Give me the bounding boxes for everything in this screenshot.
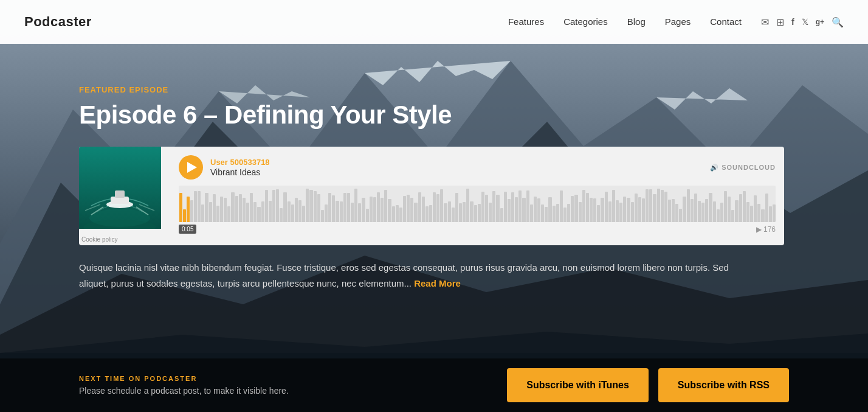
nav-icons: ✉ ⊞ f 𝕏 g+ 🔍 bbox=[761, 16, 844, 28]
audio-player: User 500533718 Vibrant Ideas 🔊 SOUNDCLOU… bbox=[79, 147, 784, 245]
nav-links: Features Categories Blog Pages Contact bbox=[508, 16, 742, 27]
hero-section: Podcaster Features Categories Blog Pages… bbox=[0, 0, 868, 412]
player-main: User 500533718 Vibrant Ideas 🔊 SOUNDCLOU… bbox=[170, 147, 784, 245]
subscribe-rss-button[interactable]: Subscribe with RSS bbox=[658, 368, 789, 402]
player-header: User 500533718 Vibrant Ideas 🔊 SOUNDCLOU… bbox=[179, 155, 776, 180]
nav-categories[interactable]: Categories bbox=[563, 16, 608, 27]
subscribe-buttons: Subscribe with iTunes Subscribe with RSS bbox=[507, 368, 789, 402]
twitter-icon[interactable]: 𝕏 bbox=[802, 17, 808, 27]
facebook-icon[interactable]: f bbox=[791, 17, 794, 27]
cookie-policy[interactable]: Cookie policy bbox=[81, 236, 117, 243]
nav-pages[interactable]: Pages bbox=[665, 16, 691, 27]
soundcloud-logo: 🔊 SOUNDCLOUD bbox=[710, 164, 776, 172]
player-footer: 0:05 ▶ 176 bbox=[179, 222, 776, 236]
rss-icon[interactable]: ⊞ bbox=[776, 16, 784, 28]
player-thumbnail bbox=[79, 147, 161, 229]
nav-blog[interactable]: Blog bbox=[627, 16, 646, 27]
episode-title: Episode 6 – Defining Your Style bbox=[79, 100, 789, 130]
play-button[interactable] bbox=[179, 155, 203, 180]
nav-contact[interactable]: Contact bbox=[710, 16, 742, 27]
player-info: User 500533718 Vibrant Ideas bbox=[210, 158, 270, 178]
featured-label: Featured Episode bbox=[79, 85, 789, 94]
next-time-label: NEXT TIME ON PODCASTER bbox=[79, 375, 289, 382]
next-time-section: NEXT TIME ON PODCASTER Please schedule a… bbox=[79, 375, 289, 396]
time-display: 0:05 bbox=[179, 225, 196, 234]
navbar: Podcaster Features Categories Blog Pages… bbox=[0, 0, 868, 44]
player-left: User 500533718 Vibrant Ideas bbox=[179, 155, 270, 180]
next-time-text: Please schedule a podcast post, to make … bbox=[79, 386, 289, 396]
svg-rect-14 bbox=[115, 190, 125, 198]
user-link[interactable]: User 500533718 bbox=[210, 158, 270, 167]
brand-logo[interactable]: Podcaster bbox=[24, 14, 92, 30]
bottom-bar: NEXT TIME ON PODCASTER Please schedule a… bbox=[0, 358, 868, 412]
googleplus-icon[interactable]: g+ bbox=[816, 18, 824, 26]
search-icon[interactable]: 🔍 bbox=[832, 16, 844, 28]
email-icon[interactable]: ✉ bbox=[761, 16, 769, 28]
nav-features[interactable]: Features bbox=[508, 16, 544, 27]
subscribe-itunes-button[interactable]: Subscribe with iTunes bbox=[507, 368, 649, 402]
waveform[interactable] bbox=[179, 186, 776, 222]
read-more-link[interactable]: Read More bbox=[414, 278, 461, 288]
play-count: ▶ 176 bbox=[756, 225, 776, 234]
episode-description: Quisque lacinia nisl vitae nibh bibendum… bbox=[79, 260, 748, 291]
track-title: Vibrant Ideas bbox=[210, 167, 260, 177]
